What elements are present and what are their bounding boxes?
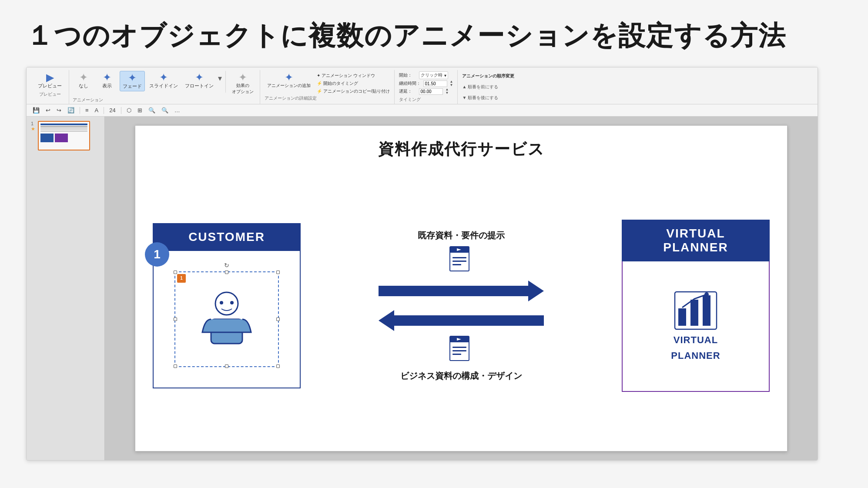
redo-button[interactable]: ↪	[55, 106, 63, 114]
show-animation-button[interactable]: ✦ 表示	[96, 71, 118, 90]
order-forward-button[interactable]: ▲ 順番を前にする	[462, 84, 514, 90]
delay-row: 遅延： ▲ ▼	[399, 88, 453, 95]
planner-chart-icon	[674, 291, 717, 330]
slide-thumbnail[interactable]	[38, 121, 90, 150]
svg-point-0	[215, 292, 238, 315]
animation-badge: 1	[177, 274, 186, 283]
lightning-icon: ⚡	[317, 81, 323, 86]
thumb-boxes	[40, 134, 87, 142]
fade-label: フェード	[123, 83, 142, 90]
handle-br	[276, 364, 280, 368]
shapes-button[interactable]: ⬡	[125, 106, 133, 114]
customer-box-body: 1 ↻	[153, 251, 301, 388]
arrow-right-body	[379, 286, 528, 296]
group-button[interactable]: ⊞	[136, 106, 144, 114]
animation-window-button[interactable]: ✦ アニメーション ウィンドウ	[317, 73, 390, 79]
more-button[interactable]: …	[173, 106, 182, 114]
slide-number: 1	[31, 121, 35, 126]
toolbar-separator-1	[80, 107, 80, 114]
canvas-area[interactable]: 資料作成代行サービス CUSTOMER 1	[105, 117, 818, 460]
arrow-left-head	[379, 310, 394, 331]
document-icon-top	[448, 246, 474, 276]
undo-button[interactable]: ↩	[44, 106, 52, 114]
customer-badge: 1	[145, 242, 169, 267]
add-animation-button[interactable]: ✦ アニメーションの追加	[265, 71, 313, 90]
slidein-animation-button[interactable]: ✦ スライドイン	[147, 71, 181, 90]
slide-canvas: 資料作成代行サービス CUSTOMER 1	[135, 125, 788, 451]
show-label: 表示	[102, 83, 112, 89]
zoom-in-button[interactable]: 🔍	[147, 106, 157, 114]
order-backward-button[interactable]: ▼ 順番を後にする	[462, 95, 514, 101]
page-title: １つのオブジェクトに複数のアニメーションを設定する方法	[26, 17, 786, 54]
svg-point-22	[704, 292, 709, 297]
animation-buttons-group: ✦ なし ✦ 表示 ✦ フェード ✦ スライドイ	[69, 70, 260, 104]
animation-expand-icon[interactable]: ▾	[218, 71, 222, 83]
copy-label: アニメーションのコピー/貼り付け	[323, 89, 390, 94]
show-icon: ✦	[103, 72, 111, 83]
svg-rect-17	[452, 354, 461, 355]
thumb-line-3	[40, 128, 87, 130]
planner-header: VIRTUAL PLANNER	[622, 220, 770, 261]
rotate-handle-icon[interactable]: ↻	[224, 262, 229, 269]
preview-icon: ▶	[46, 72, 54, 83]
order-title: アニメーションの順序変更	[462, 73, 514, 79]
doc-icon-top-container	[448, 246, 474, 276]
animation-group-label: アニメーション	[73, 97, 256, 103]
ribbon-preview-group: ▶ プレビュー プレビュー	[31, 70, 69, 104]
chevron-down-icon: ▾	[444, 73, 446, 78]
effect-options-label: 効果のオプション	[232, 83, 254, 95]
timing-section-label: タイミング	[399, 97, 453, 103]
duration-label: 継続時間：	[399, 80, 421, 87]
right-arrow	[379, 281, 544, 301]
save-button[interactable]: 💾	[31, 106, 41, 114]
floatin-animation-button[interactable]: ✦ フロートイン	[182, 71, 216, 90]
font-size-button[interactable]: 24	[107, 106, 117, 114]
add-animation-icon: ✦	[285, 72, 293, 83]
none-label: なし	[79, 83, 88, 89]
slidein-label: スライドイン	[149, 83, 178, 89]
animation-buttons-row: ✦ なし ✦ 表示 ✦ フェード ✦ スライドイ	[73, 71, 256, 96]
planner-header-line2: PLANNER	[622, 241, 770, 254]
diagram-container: CUSTOMER 1	[153, 173, 770, 438]
handle-bl	[174, 364, 177, 368]
duration-row: 継続時間： ▲ ▼	[399, 80, 453, 87]
person-figure-box[interactable]: ↻ 1	[174, 271, 279, 367]
svg-rect-15	[452, 347, 466, 348]
svg-rect-9	[452, 257, 466, 258]
svg-rect-21	[703, 295, 710, 326]
order-section: アニメーションの順序変更 ▲ 順番を前にする ▼ 順番を後にする	[458, 70, 519, 104]
add-animation-row: ✦ アニメーションの追加 ✦ アニメーション ウィンドウ ⚡ 開始のタイミング	[265, 71, 390, 94]
duration-arrows: ▲ ▼	[450, 80, 453, 87]
delay-down-button[interactable]: ▼	[446, 91, 449, 95]
handle-bm	[225, 364, 228, 368]
ribbon-top: ▶ プレビュー プレビュー ✦ なし ✦ 表示	[31, 70, 813, 104]
fade-animation-button[interactable]: ✦ フェード	[120, 71, 145, 91]
zoom-out-button[interactable]: 🔍	[160, 106, 170, 114]
svg-point-6	[230, 301, 234, 304]
delay-input[interactable]	[419, 88, 443, 95]
page-container: １つのオブジェクトに複数のアニメーションを設定する方法 ▶ プレビュー プレビュ…	[0, 0, 868, 488]
arrow-area: 既存資料・要件の提示	[301, 223, 622, 388]
font-button[interactable]: A	[93, 106, 101, 114]
ribbon: ▶ プレビュー プレビュー ✦ なし ✦ 表示	[27, 67, 818, 104]
thumb-line-2	[40, 126, 87, 127]
copy-animation-button[interactable]: ⚡ アニメーションのコピー/貼り付け	[317, 88, 390, 94]
effect-options-button[interactable]: ✦ 効果のオプション	[229, 71, 256, 96]
duration-down-button[interactable]: ▼	[450, 84, 453, 87]
refresh-button[interactable]: 🔄	[66, 106, 76, 114]
arrow-section-top: 既存資料・要件の提示	[379, 230, 544, 301]
slide-thumb-container: 1 ★	[31, 121, 100, 150]
powerpoint-window: ▶ プレビュー プレビュー ✦ なし ✦ 表示	[26, 67, 818, 461]
planner-label-line2: PLANNER	[671, 350, 720, 361]
animation-window-label: アニメーション ウィンドウ	[322, 73, 375, 78]
person-icon	[192, 284, 261, 354]
bullets-button[interactable]: ≡	[84, 106, 90, 114]
start-timing-button[interactable]: ⚡ 開始のタイミング	[317, 80, 390, 87]
preview-button[interactable]: ▶ プレビュー	[35, 71, 64, 90]
thumb-box-2	[55, 134, 68, 142]
planner-icon-container	[674, 291, 717, 330]
none-animation-button[interactable]: ✦ なし	[73, 71, 94, 90]
start-dropdown[interactable]: クリック時 ▾	[419, 71, 448, 79]
duration-input[interactable]	[423, 80, 447, 87]
arrow-left-body	[394, 315, 544, 326]
